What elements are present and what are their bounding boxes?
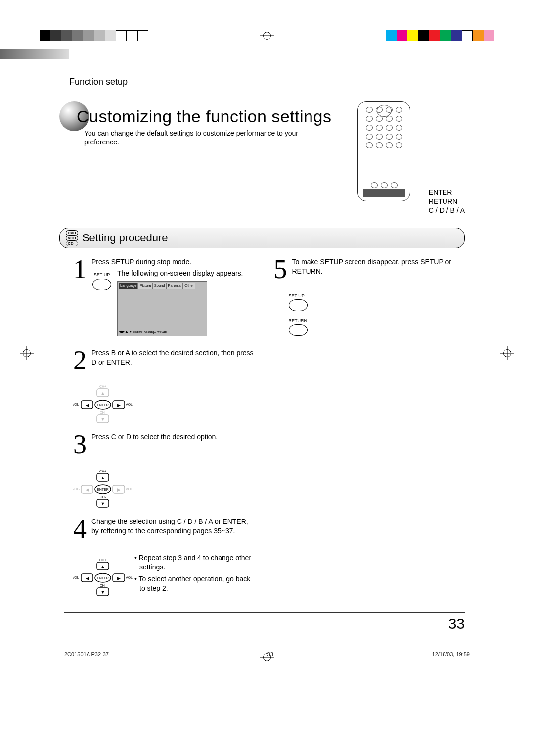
crosshair-icon (260, 650, 274, 664)
svg-text:ENTER: ENTER (97, 488, 109, 491)
section-breadcrumb: Function setup (69, 77, 128, 87)
step-2: 2 Press B or A to select the desired sec… (73, 348, 256, 373)
svg-text:▶: ▶ (117, 487, 121, 492)
svg-text:CH+: CH+ (99, 558, 106, 562)
leader-line (393, 208, 413, 208)
section-title: Setting procedure (82, 232, 168, 244)
crosshair-icon (500, 346, 514, 360)
setup-button-icon (289, 299, 308, 311)
setup-button-label: SET UP (91, 272, 112, 278)
leader-line (393, 192, 413, 192)
step-5: 5 To make SETUP screen disappear, press … (274, 257, 456, 282)
svg-text:▲: ▲ (101, 475, 105, 480)
svg-text:CH+: CH+ (99, 385, 106, 388)
section-header-bar: DVD VCD CD Setting procedure (59, 228, 465, 248)
step-3-text: Press C or D to select the desired optio… (91, 432, 256, 457)
svg-text:CH-: CH- (100, 584, 106, 587)
svg-text:ENTER: ENTER (97, 576, 109, 580)
step-4-text: Change the selection using C / D / B / A… (91, 517, 256, 541)
svg-text:VOL+: VOL+ (126, 403, 133, 406)
crosshair-icon (20, 346, 34, 360)
setup-button-icon (92, 279, 111, 290)
step-3: 3 Press C or D to select the desired opt… (73, 432, 256, 457)
leader-line (393, 200, 413, 200)
svg-text:◀: ◀ (86, 576, 89, 581)
disc-type-badges: DVD VCD CD (66, 230, 78, 246)
svg-text:▼: ▼ (101, 590, 105, 595)
osd-screenshot: Language Picture Sound Parental Other ◀▶… (117, 281, 207, 336)
svg-text:▲: ▲ (101, 391, 105, 396)
svg-text:VOL+: VOL+ (126, 487, 133, 491)
label-enter: ENTER (429, 188, 465, 197)
svg-text:◀: ◀ (86, 403, 89, 408)
label-return: RETURN (429, 197, 465, 206)
svg-text:◀: ◀ (86, 487, 89, 492)
return-button-icon (289, 324, 308, 336)
page-title: Customizing the function settings (77, 107, 331, 126)
crosshair-icon (260, 29, 274, 43)
step-1-text: Press SETUP during stop mode. (91, 257, 256, 267)
footer-timestamp: 12/16/03, 19:59 (432, 651, 470, 657)
step-1: 1 Press SETUP during stop mode. SET UP T… (73, 257, 256, 336)
step-2-text: Press B or A to select the desired secti… (91, 348, 256, 373)
svg-text:VOL-: VOL- (73, 576, 81, 579)
step-4-bullet: • To select another operation, go back t… (134, 574, 256, 594)
dpad-illustration: CH+ ▲ VOL- ◀ ENTER ▶ VOL+ CH- ▼ (73, 384, 133, 428)
step-1-text-b: The following on-screen display appears. (117, 269, 256, 278)
dpad-illustration: CH+ ▲ VOL- ◀ ENTER ▶ VOL+ CH- ▼ (73, 557, 128, 602)
remote-illustration (357, 101, 410, 201)
label-cdba: C / D / B / A (429, 206, 465, 215)
step-5-text: To make SETUP screen disappear, press SE… (292, 257, 456, 282)
svg-text:VOL-: VOL- (73, 487, 81, 491)
svg-text:CH-: CH- (100, 411, 106, 414)
step-4: 4 Change the selection using C / D / B /… (73, 517, 256, 541)
edge-gradient (0, 49, 69, 59)
footer-docid: 2C01501A P32-37 (64, 651, 109, 657)
intro-text: You can change the default settings to c… (84, 129, 307, 146)
svg-text:VOL-: VOL- (73, 403, 81, 406)
return-button-label: RETURN (289, 318, 456, 323)
dpad-illustration: CH+ ▲ VOL- ◀ ENTER ▶ VOL+ CH- ▼ (73, 469, 133, 513)
svg-text:▼: ▼ (101, 501, 105, 506)
registration-bar (40, 29, 494, 43)
svg-text:VOL+: VOL+ (126, 576, 133, 579)
svg-text:▶: ▶ (117, 576, 121, 581)
step-4-bullet: • Repeat step 3 and 4 to change other se… (134, 553, 256, 572)
svg-text:▶: ▶ (117, 403, 121, 408)
svg-text:▼: ▼ (101, 417, 105, 422)
svg-text:ENTER: ENTER (97, 403, 109, 407)
page-number: 33 (448, 615, 465, 632)
remote-key-labels: ENTER RETURN C / D / B / A (429, 188, 465, 215)
svg-text:CH-: CH- (100, 495, 106, 499)
svg-text:▲: ▲ (101, 564, 105, 569)
svg-text:CH+: CH+ (99, 470, 106, 473)
setup-button-label: SET UP (289, 293, 456, 298)
